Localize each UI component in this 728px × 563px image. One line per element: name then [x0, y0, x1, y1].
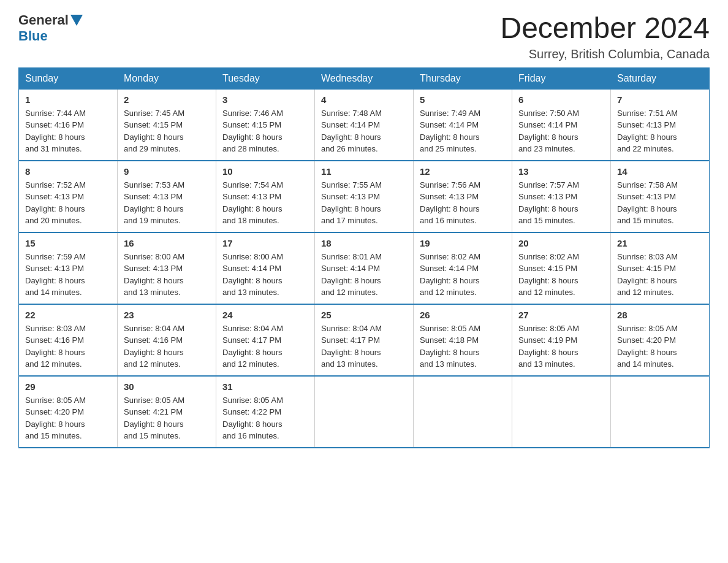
logo: General Blue	[18, 12, 85, 44]
calendar-week-row: 29 Sunrise: 8:05 AMSunset: 4:20 PMDaylig…	[19, 376, 710, 448]
header-row: Sunday Monday Tuesday Wednesday Thursday…	[19, 67, 710, 89]
calendar-table: Sunday Monday Tuesday Wednesday Thursday…	[18, 67, 710, 448]
calendar-week-row: 8 Sunrise: 7:52 AMSunset: 4:13 PMDayligh…	[19, 161, 710, 232]
day-info: Sunrise: 7:48 AMSunset: 4:14 PMDaylight:…	[321, 107, 407, 155]
day-info: Sunrise: 8:05 AMSunset: 4:18 PMDaylight:…	[420, 323, 506, 370]
day-info: Sunrise: 8:05 AMSunset: 4:21 PMDaylight:…	[124, 394, 210, 442]
day-number: 25	[321, 310, 407, 320]
calendar-cell: 25 Sunrise: 8:04 AMSunset: 4:17 PMDaylig…	[315, 304, 414, 376]
day-number: 4	[321, 94, 407, 105]
calendar-cell: 22 Sunrise: 8:03 AMSunset: 4:16 PMDaylig…	[19, 304, 118, 376]
calendar-cell: 11 Sunrise: 7:55 AMSunset: 4:13 PMDaylig…	[315, 161, 414, 232]
day-info: Sunrise: 8:04 AMSunset: 4:17 PMDaylight:…	[222, 323, 308, 370]
col-friday: Friday	[512, 67, 611, 89]
day-info: Sunrise: 8:03 AMSunset: 4:15 PMDaylight:…	[617, 251, 703, 299]
day-info: Sunrise: 8:00 AMSunset: 4:14 PMDaylight:…	[222, 251, 308, 299]
day-number: 27	[518, 310, 604, 320]
location-subtitle: Surrey, British Columbia, Canada	[500, 47, 710, 61]
day-number: 6	[518, 94, 604, 105]
day-info: Sunrise: 7:45 AMSunset: 4:15 PMDaylight:…	[124, 107, 210, 155]
calendar-header: Sunday Monday Tuesday Wednesday Thursday…	[19, 67, 710, 89]
calendar-cell: 12 Sunrise: 7:56 AMSunset: 4:13 PMDaylig…	[414, 161, 512, 232]
calendar-cell: 21 Sunrise: 8:03 AMSunset: 4:15 PMDaylig…	[611, 232, 710, 304]
calendar-cell: 15 Sunrise: 7:59 AMSunset: 4:13 PMDaylig…	[19, 232, 118, 304]
day-number: 10	[222, 166, 308, 177]
col-thursday: Thursday	[414, 67, 512, 89]
calendar-cell: 26 Sunrise: 8:05 AMSunset: 4:18 PMDaylig…	[414, 304, 512, 376]
day-number: 11	[321, 166, 407, 177]
title-block: December 2024 Surrey, British Columbia, …	[500, 12, 710, 61]
calendar-week-row: 15 Sunrise: 7:59 AMSunset: 4:13 PMDaylig…	[19, 232, 710, 304]
calendar-cell: 23 Sunrise: 8:04 AMSunset: 4:16 PMDaylig…	[118, 304, 216, 376]
calendar-cell: 3 Sunrise: 7:46 AMSunset: 4:15 PMDayligh…	[216, 89, 315, 161]
month-year-title: December 2024	[500, 12, 710, 45]
day-number: 21	[617, 238, 703, 248]
day-number: 2	[124, 94, 210, 105]
day-info: Sunrise: 7:49 AMSunset: 4:14 PMDaylight:…	[420, 107, 506, 155]
day-number: 3	[222, 94, 308, 105]
day-info: Sunrise: 7:44 AMSunset: 4:16 PMDaylight:…	[25, 107, 111, 155]
day-info: Sunrise: 8:01 AMSunset: 4:14 PMDaylight:…	[321, 251, 407, 299]
day-info: Sunrise: 8:05 AMSunset: 4:20 PMDaylight:…	[617, 323, 703, 370]
calendar-cell	[611, 376, 710, 448]
day-info: Sunrise: 7:51 AMSunset: 4:13 PMDaylight:…	[617, 107, 703, 155]
calendar-cell: 6 Sunrise: 7:50 AMSunset: 4:14 PMDayligh…	[512, 89, 611, 161]
day-info: Sunrise: 7:58 AMSunset: 4:13 PMDaylight:…	[617, 179, 703, 227]
day-info: Sunrise: 7:54 AMSunset: 4:13 PMDaylight:…	[222, 179, 308, 227]
day-number: 8	[25, 166, 111, 177]
calendar-cell: 13 Sunrise: 7:57 AMSunset: 4:13 PMDaylig…	[512, 161, 611, 232]
day-info: Sunrise: 7:46 AMSunset: 4:15 PMDaylight:…	[222, 107, 308, 155]
day-info: Sunrise: 8:04 AMSunset: 4:16 PMDaylight:…	[124, 323, 210, 370]
day-info: Sunrise: 7:52 AMSunset: 4:13 PMDaylight:…	[25, 179, 111, 227]
day-info: Sunrise: 8:04 AMSunset: 4:17 PMDaylight:…	[321, 323, 407, 370]
day-number: 20	[518, 238, 604, 248]
day-number: 12	[420, 166, 506, 177]
calendar-week-row: 1 Sunrise: 7:44 AMSunset: 4:16 PMDayligh…	[19, 89, 710, 161]
day-number: 23	[124, 310, 210, 320]
calendar-cell: 9 Sunrise: 7:53 AMSunset: 4:13 PMDayligh…	[118, 161, 216, 232]
col-sunday: Sunday	[19, 67, 118, 89]
calendar-cell: 29 Sunrise: 8:05 AMSunset: 4:20 PMDaylig…	[19, 376, 118, 448]
col-wednesday: Wednesday	[315, 67, 414, 89]
calendar-cell: 14 Sunrise: 7:58 AMSunset: 4:13 PMDaylig…	[611, 161, 710, 232]
calendar-cell: 28 Sunrise: 8:05 AMSunset: 4:20 PMDaylig…	[611, 304, 710, 376]
calendar-cell	[512, 376, 611, 448]
calendar-cell: 7 Sunrise: 7:51 AMSunset: 4:13 PMDayligh…	[611, 89, 710, 161]
day-info: Sunrise: 8:05 AMSunset: 4:19 PMDaylight:…	[518, 323, 604, 370]
day-info: Sunrise: 8:05 AMSunset: 4:22 PMDaylight:…	[222, 394, 308, 442]
calendar-cell: 24 Sunrise: 8:04 AMSunset: 4:17 PMDaylig…	[216, 304, 315, 376]
day-number: 15	[25, 238, 111, 248]
day-info: Sunrise: 7:55 AMSunset: 4:13 PMDaylight:…	[321, 179, 407, 227]
calendar-cell: 1 Sunrise: 7:44 AMSunset: 4:16 PMDayligh…	[19, 89, 118, 161]
day-number: 19	[420, 238, 506, 248]
day-info: Sunrise: 7:50 AMSunset: 4:14 PMDaylight:…	[518, 107, 604, 155]
day-number: 29	[25, 381, 111, 392]
col-tuesday: Tuesday	[216, 67, 315, 89]
calendar-cell: 4 Sunrise: 7:48 AMSunset: 4:14 PMDayligh…	[315, 89, 414, 161]
calendar-cell: 18 Sunrise: 8:01 AMSunset: 4:14 PMDaylig…	[315, 232, 414, 304]
day-info: Sunrise: 7:57 AMSunset: 4:13 PMDaylight:…	[518, 179, 604, 227]
logo-general-text: General	[18, 12, 69, 28]
day-number: 5	[420, 94, 506, 105]
col-monday: Monday	[118, 67, 216, 89]
calendar-cell: 27 Sunrise: 8:05 AMSunset: 4:19 PMDaylig…	[512, 304, 611, 376]
calendar-week-row: 22 Sunrise: 8:03 AMSunset: 4:16 PMDaylig…	[19, 304, 710, 376]
day-info: Sunrise: 8:00 AMSunset: 4:13 PMDaylight:…	[124, 251, 210, 299]
calendar-cell: 2 Sunrise: 7:45 AMSunset: 4:15 PMDayligh…	[118, 89, 216, 161]
calendar-cell: 20 Sunrise: 8:02 AMSunset: 4:15 PMDaylig…	[512, 232, 611, 304]
calendar-cell: 8 Sunrise: 7:52 AMSunset: 4:13 PMDayligh…	[19, 161, 118, 232]
calendar-cell	[414, 376, 512, 448]
calendar-cell: 31 Sunrise: 8:05 AMSunset: 4:22 PMDaylig…	[216, 376, 315, 448]
calendar-body: 1 Sunrise: 7:44 AMSunset: 4:16 PMDayligh…	[19, 89, 710, 448]
calendar-cell: 30 Sunrise: 8:05 AMSunset: 4:21 PMDaylig…	[118, 376, 216, 448]
day-info: Sunrise: 8:05 AMSunset: 4:20 PMDaylight:…	[25, 394, 111, 442]
day-number: 16	[124, 238, 210, 248]
logo-triangle-icon	[70, 15, 83, 26]
day-info: Sunrise: 8:02 AMSunset: 4:14 PMDaylight:…	[420, 251, 506, 299]
day-number: 31	[222, 381, 308, 392]
calendar-cell: 16 Sunrise: 8:00 AMSunset: 4:13 PMDaylig…	[118, 232, 216, 304]
day-number: 9	[124, 166, 210, 177]
day-number: 18	[321, 238, 407, 248]
calendar-cell	[315, 376, 414, 448]
calendar-cell: 5 Sunrise: 7:49 AMSunset: 4:14 PMDayligh…	[414, 89, 512, 161]
